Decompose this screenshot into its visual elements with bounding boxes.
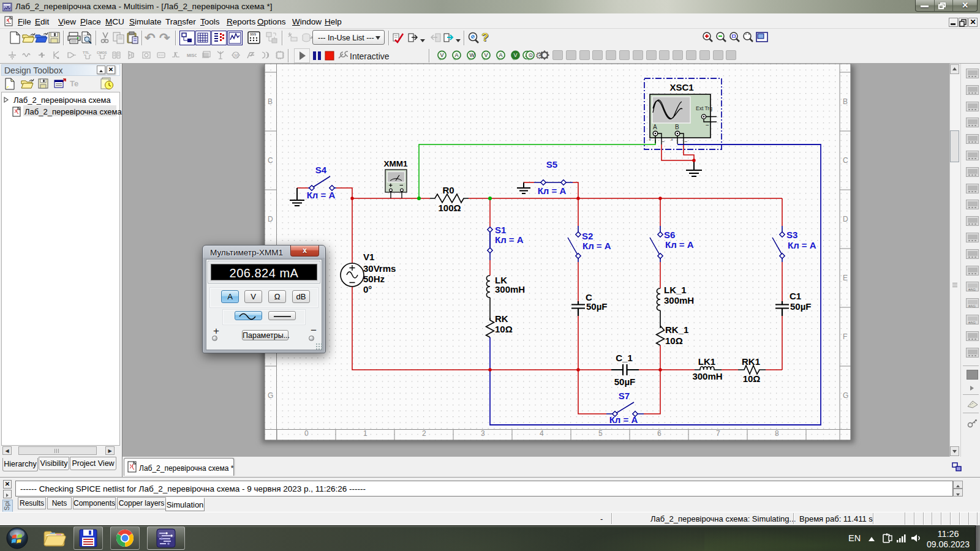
svg-text:300mH: 300mH: [664, 295, 694, 305]
svg-text:S1: S1: [495, 225, 506, 235]
svg-text:A: A: [455, 52, 459, 58]
svg-text:50µF: 50µF: [586, 301, 608, 312]
svg-text:A: A: [653, 124, 657, 130]
svg-text:10Ω: 10Ω: [665, 335, 683, 346]
svg-text:Кл = A: Кл = A: [495, 234, 524, 245]
svg-text:+: +: [671, 138, 673, 142]
svg-text:30Vrms: 30Vrms: [363, 263, 396, 274]
svg-text:A: A: [499, 52, 503, 58]
svg-text:D: D: [843, 215, 848, 223]
svg-text:LK1: LK1: [698, 356, 715, 367]
svg-text:V: V: [440, 52, 444, 58]
svg-text:300mH: 300mH: [495, 284, 525, 294]
svg-text:3: 3: [481, 429, 485, 438]
svg-text:TTL: TTL: [83, 51, 89, 54]
svg-text:MISC: MISC: [187, 53, 197, 58]
svg-text:B: B: [268, 97, 273, 106]
svg-text:#AG: #AG: [968, 288, 976, 291]
svg-text:50µF: 50µF: [614, 377, 636, 387]
svg-text:10Ω: 10Ω: [495, 324, 513, 334]
svg-text:Кл = A: Кл = A: [788, 240, 816, 250]
svg-text:2: 2: [422, 429, 426, 438]
svg-text:RK_1: RK_1: [665, 324, 688, 335]
svg-text:50µF: 50µF: [790, 301, 812, 312]
svg-text:10Ω: 10Ω: [743, 373, 761, 384]
svg-text:#AG: #AG: [968, 304, 976, 307]
svg-text:S5: S5: [546, 159, 557, 170]
svg-text:CMOS: CMOS: [97, 51, 107, 54]
svg-text:1: 1: [363, 429, 368, 438]
svg-text:7: 7: [716, 429, 720, 438]
svg-text:0°: 0°: [363, 284, 372, 294]
svg-text:C_1: C_1: [616, 353, 633, 363]
svg-text:100Ω: 100Ω: [438, 203, 461, 213]
svg-text:S3: S3: [786, 230, 797, 240]
svg-text:6: 6: [657, 429, 662, 438]
svg-text:B: B: [675, 124, 679, 130]
svg-text:50Hz: 50Hz: [363, 274, 385, 284]
svg-text:−: −: [706, 122, 709, 129]
svg-text:S2: S2: [582, 231, 593, 241]
svg-text:0: 0: [304, 429, 309, 438]
svg-text:B: B: [843, 97, 848, 106]
svg-text:S7: S7: [619, 391, 630, 401]
svg-text:300mH: 300mH: [692, 371, 722, 381]
svg-text:Кл = A: Кл = A: [582, 241, 611, 251]
svg-text:S4: S4: [315, 165, 327, 175]
svg-text:8: 8: [775, 429, 779, 438]
svg-text:5: 5: [598, 429, 603, 438]
svg-text:V: V: [484, 52, 488, 58]
svg-text:G: G: [843, 391, 848, 400]
svg-text:RK: RK: [495, 313, 508, 324]
svg-text:XMM1: XMM1: [383, 159, 407, 168]
svg-text:−: −: [662, 138, 665, 144]
svg-text:V: V: [514, 52, 518, 58]
svg-text:Кл = A: Кл = A: [665, 239, 694, 250]
svg-text:V1: V1: [363, 252, 374, 262]
svg-text:+: +: [649, 138, 651, 142]
svg-text:⊙: ⊙: [529, 52, 533, 58]
svg-text:#AG: #AG: [968, 321, 976, 324]
svg-text:E: E: [843, 274, 848, 282]
svg-text:W: W: [470, 52, 475, 58]
svg-text:Кл = A: Кл = A: [609, 414, 638, 425]
svg-text:RK1: RK1: [742, 356, 760, 367]
svg-text:M: M: [235, 53, 238, 58]
svg-text:R0: R0: [442, 185, 454, 195]
svg-text:D: D: [268, 215, 273, 223]
svg-text:Ext Trg: Ext Trg: [696, 105, 712, 111]
svg-text:G: G: [268, 391, 273, 400]
svg-text:XSC1: XSC1: [669, 82, 693, 92]
svg-text:S6: S6: [664, 230, 675, 240]
svg-text:999: 999: [250, 32, 257, 36]
svg-text:−: −: [684, 138, 687, 144]
svg-text:C1: C1: [790, 291, 801, 301]
svg-text:C: C: [843, 156, 848, 165]
svg-text:Кл = A: Кл = A: [307, 190, 336, 200]
svg-text:LK_1: LK_1: [664, 285, 687, 295]
svg-text:C: C: [268, 156, 273, 165]
svg-text:4: 4: [540, 429, 544, 438]
svg-text:Кл = A: Кл = A: [538, 186, 567, 196]
svg-text:F: F: [843, 332, 847, 341]
